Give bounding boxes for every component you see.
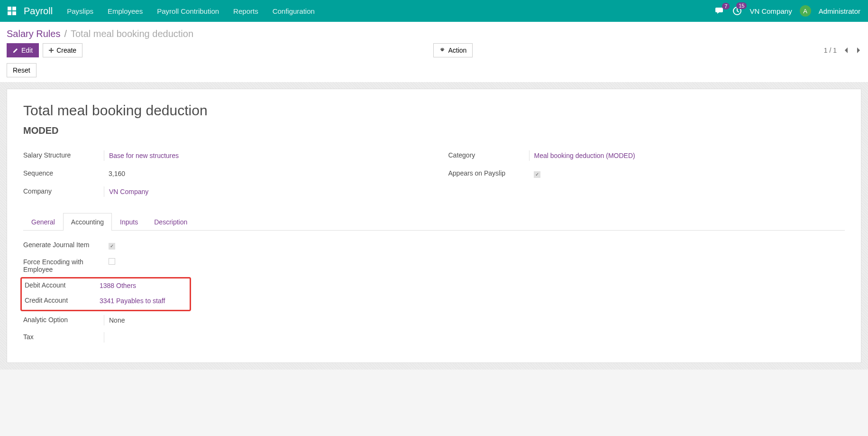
appears-on-payslip-label: Appears on Payslip [448,168,529,177]
pager-prev[interactable] [843,46,849,54]
company-selector[interactable]: VN Company [749,7,792,15]
tab-description[interactable]: Description [146,213,195,231]
tabs: General Accounting Inputs Description [23,213,845,231]
breadcrumb-current: Total meal booking deduction [71,28,193,39]
action-button[interactable]: Action [433,43,473,57]
breadcrumb-parent[interactable]: Salary Rules [7,28,60,39]
action-button-label: Action [448,46,466,54]
tab-general[interactable]: General [23,213,63,231]
salary-structure-value[interactable]: Base for new structures [109,152,179,159]
debit-account-value[interactable]: 1388 Others [100,282,136,289]
menu-payslips[interactable]: Payslips [67,7,93,15]
highlight-annotation: Debit Account 1388 Others Credit Account… [20,277,191,311]
reset-button[interactable]: Reset [7,63,37,77]
form-sheet: Total meal booking deduction MODED Salar… [7,89,861,363]
breadcrumb: Salary Rules / Total meal booking deduct… [0,22,868,43]
actions-bar: Edit Create Action 1 / 1 [0,43,868,63]
top-navbar: Payroll Payslips Employees Payroll Contr… [0,0,868,22]
menu-reports[interactable]: Reports [233,7,258,15]
force-encoding-label: Force Encoding with Employee [23,257,104,273]
appears-on-payslip-checkbox: ✓ [534,171,540,178]
pager: 1 / 1 [824,46,861,54]
sequence-value: 3,160 [109,170,125,177]
category-label: Category [448,150,529,159]
salary-structure-label: Salary Structure [23,150,104,159]
menu-payroll-contribution[interactable]: Payroll Contribution [157,7,219,15]
record-code: MODED [23,125,845,136]
main-menu: Payslips Employees Payroll Contribution … [67,7,715,15]
category-value[interactable]: Meal booking deduction (MODED) [534,152,635,159]
breadcrumb-separator: / [64,28,67,39]
company-label: Company [23,186,104,195]
sequence-label: Sequence [23,168,104,177]
apps-icon[interactable] [8,7,16,15]
pencil-icon [13,47,18,53]
generate-journal-label: Generate Journal Item [23,240,104,249]
company-value[interactable]: VN Company [109,188,148,195]
activities-icon[interactable]: 15 [732,6,742,16]
pager-next[interactable] [856,46,861,54]
tab-inputs[interactable]: Inputs [112,213,146,231]
app-brand[interactable]: Payroll [24,6,53,17]
credit-account-value[interactable]: 3341 Payables to staff [100,297,165,305]
debit-account-label: Debit Account [25,280,95,289]
create-button-label: Create [56,46,76,54]
messages-badge: 7 [722,3,730,9]
analytic-option-value: None [109,316,125,324]
force-encoding-checkbox [109,258,115,265]
tax-label: Tax [23,332,104,341]
edit-button-label: Edit [21,46,33,54]
activities-badge: 15 [736,2,747,9]
tab-content-accounting: Generate Journal Item ✓ Force Encoding w… [23,240,845,343]
edit-button[interactable]: Edit [7,43,39,57]
analytic-option-label: Analytic Option [23,315,104,324]
topbar-right: 7 15 VN Company A Administrator [715,5,860,17]
record-title: Total meal booking deduction [23,102,845,119]
tab-accounting[interactable]: Accounting [63,213,112,231]
plus-icon [49,48,54,53]
create-button[interactable]: Create [43,43,82,57]
menu-employees[interactable]: Employees [108,7,143,15]
credit-account-label: Credit Account [25,296,95,304]
gear-icon [439,47,445,53]
generate-journal-checkbox: ✓ [109,243,115,250]
messages-icon[interactable]: 7 [715,7,725,15]
pager-text: 1 / 1 [824,46,837,54]
username-label[interactable]: Administrator [819,7,860,15]
menu-configuration[interactable]: Configuration [273,7,315,15]
user-avatar[interactable]: A [800,5,811,17]
